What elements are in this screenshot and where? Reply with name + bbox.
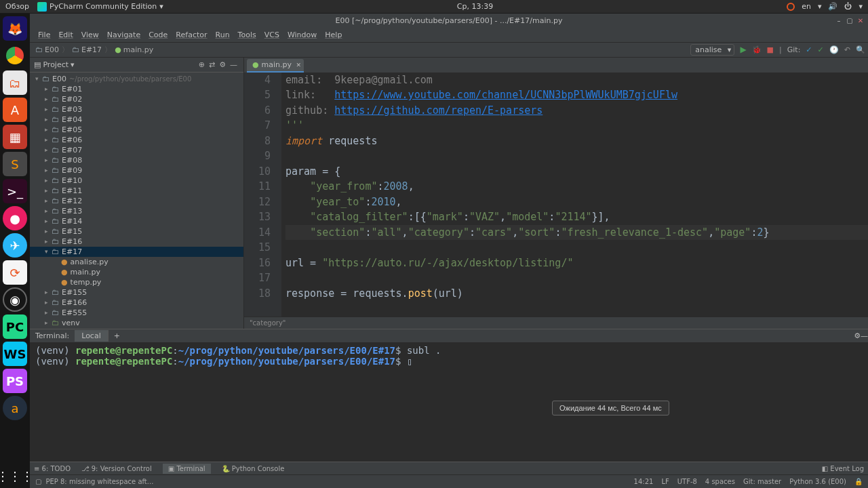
vcs-commit-button[interactable]: ✓	[818, 45, 824, 54]
tree-E#06[interactable]: ▸🗀E#06	[30, 135, 243, 145]
menu-view[interactable]: View	[77, 29, 103, 41]
terminal-settings-icon[interactable]: ⚙	[854, 331, 861, 340]
git-branch[interactable]: Git: master	[743, 478, 781, 485]
tree-venv[interactable]: ▸🗀venv	[30, 318, 243, 328]
activities-label[interactable]: Обзор	[5, 2, 29, 11]
tool--6-todo[interactable]: ≡ 6: TODO	[34, 465, 71, 472]
tool--python-console[interactable]: 🐍 Python Console	[222, 465, 285, 472]
menu-edit[interactable]: Edit	[54, 29, 77, 41]
breadcrumb-E#17[interactable]: 🗀E#17	[69, 45, 104, 54]
dock-telegram[interactable]: ✈	[3, 233, 27, 258]
dock-obs[interactable]: ◉	[3, 287, 27, 312]
dock-phpstorm[interactable]: PS	[3, 369, 27, 393]
vcs-revert-button[interactable]: ↶	[844, 45, 850, 54]
close-tab-icon[interactable]: ✕	[296, 62, 302, 68]
project-combo[interactable]: ▤ Project ▾	[34, 60, 75, 69]
tool--terminal[interactable]: ▣ Terminal	[163, 464, 211, 474]
dock-firefox[interactable]: 🦊	[3, 16, 27, 41]
locate-button[interactable]: ⊕	[197, 60, 207, 69]
tool--9-version-control[interactable]: ⎇ 9: Version Control	[81, 465, 152, 472]
tree-E#15[interactable]: ▸🗀E#15	[30, 226, 243, 237]
stop-button[interactable]: ■	[767, 45, 774, 54]
dock-terminal[interactable]: >_	[3, 179, 27, 203]
vcs-update-button[interactable]: ✓	[806, 45, 812, 54]
cursor-position[interactable]: 14:21	[634, 478, 654, 485]
indent-info[interactable]: 4 spaces	[705, 478, 735, 485]
new-terminal-button[interactable]: +	[108, 330, 125, 342]
run-button[interactable]: ▶	[740, 45, 746, 54]
lock-icon[interactable]: 🔒	[854, 478, 863, 485]
project-tree[interactable]: ▾🗀E00~/prog/python/youtube/parsers/E00▸🗀…	[30, 73, 243, 329]
close-button[interactable]: ✕	[856, 16, 865, 26]
tree-E#07[interactable]: ▸🗀E#07	[30, 145, 243, 155]
tree-E#155[interactable]: ▸🗀E#155	[30, 287, 243, 298]
tree-E#16[interactable]: ▸🗀E#16	[30, 237, 243, 247]
dock-webstorm[interactable]: WS	[3, 342, 27, 366]
dock-software[interactable]: A	[3, 98, 27, 122]
tree-E#10[interactable]: ▸🗀E#10	[30, 176, 243, 186]
menu-file[interactable]: File	[34, 29, 54, 41]
settings-icon[interactable]: ⚙	[217, 60, 228, 69]
menu-help[interactable]: Help	[321, 29, 346, 41]
search-everywhere-button[interactable]: 🔍	[856, 45, 865, 54]
tree-E#05[interactable]: ▸🗀E#05	[30, 125, 243, 135]
tree-E#09[interactable]: ▸🗀E#09	[30, 165, 243, 176]
event-log-button[interactable]: ◧ Event Log	[822, 465, 864, 472]
status-icon[interactable]: ▢	[35, 478, 41, 485]
code-breadcrumb[interactable]: "category"	[244, 317, 868, 329]
tree-E#11[interactable]: ▸🗀E#11	[30, 186, 243, 196]
run-config-selector[interactable]: analise	[690, 44, 734, 56]
os-menu-chevron[interactable]: ▾	[859, 2, 863, 11]
tree-E#08[interactable]: ▸🗀E#08	[30, 155, 243, 165]
tree-E00[interactable]: ▾🗀E00~/prog/python/youtube/parsers/E00	[30, 74, 243, 84]
dock-apps-grid[interactable]: ⋮⋮⋮	[3, 464, 27, 488]
tree-temp.py[interactable]: ●temp.py	[30, 277, 243, 287]
app-name[interactable]: PyCharm Community Edition	[50, 2, 157, 11]
menu-window[interactable]: Window	[283, 29, 321, 41]
debug-button[interactable]: 🐞	[752, 45, 762, 54]
tree-E#17[interactable]: ▾🗀E#17	[30, 247, 243, 257]
terminal-tab-local[interactable]: Local	[75, 330, 108, 342]
dock-files[interactable]: 🗂	[3, 70, 27, 95]
expand-all-button[interactable]: ⇄	[207, 60, 217, 69]
file-encoding[interactable]: UTF-8	[677, 478, 697, 485]
tree-E#14[interactable]: ▸🗀E#14	[30, 216, 243, 226]
python-interpreter[interactable]: Python 3.6 (E00)	[789, 478, 846, 485]
dock-app-pink[interactable]: ●	[3, 206, 27, 230]
lang-indicator[interactable]: en	[802, 2, 811, 11]
menu-code[interactable]: Code	[144, 29, 172, 41]
minimize-button[interactable]: –	[834, 16, 844, 26]
dock-pycharm[interactable]: PC	[3, 314, 27, 339]
tree-E#04[interactable]: ▸🗀E#04	[30, 115, 243, 125]
terminal-panel[interactable]: (venv) repente@repentePC:~/prog/python/y…	[30, 342, 868, 462]
code-editor[interactable]: 456789101112131415161718 email: 9keepa@g…	[244, 73, 868, 317]
tree-main.py[interactable]: ●main.py	[30, 267, 243, 277]
dock-app-red[interactable]: ▦	[3, 125, 27, 149]
breadcrumb-E00[interactable]: 🗀E00	[33, 45, 62, 54]
dock-app-white[interactable]: ⟳	[3, 260, 27, 285]
menu-tools[interactable]: Tools	[234, 29, 260, 41]
tree-E#12[interactable]: ▸🗀E#12	[30, 196, 243, 206]
breadcrumb-main.py[interactable]: ●main.py	[112, 45, 156, 54]
menu-vcs[interactable]: VCS	[260, 29, 283, 41]
hide-button[interactable]: —	[228, 60, 239, 69]
tree-E#555[interactable]: ▸🗀E#555	[30, 308, 243, 318]
os-clock[interactable]: Ср, 13:39	[163, 2, 787, 11]
menu-run[interactable]: Run	[212, 29, 234, 41]
dock-sublime[interactable]: S	[3, 152, 27, 176]
tree-E#166[interactable]: ▸🗀E#166	[30, 298, 243, 308]
terminal-hide-button[interactable]: —	[861, 331, 868, 340]
dock-amazon[interactable]: a	[3, 396, 27, 420]
tree-E#02[interactable]: ▸🗀E#02	[30, 94, 243, 104]
dock-chrome[interactable]	[3, 43, 27, 68]
vcs-history-button[interactable]: 🕐	[829, 45, 839, 54]
menu-refactor[interactable]: Refactor	[172, 29, 211, 41]
tree-E#01[interactable]: ▸🗀E#01	[30, 84, 243, 94]
line-separator[interactable]: LF	[661, 478, 669, 485]
editor-tab-main[interactable]: ● main.py ✕	[247, 59, 304, 73]
tree-analise.py[interactable]: ●analise.py	[30, 257, 243, 267]
maximize-button[interactable]: ▢	[845, 16, 854, 26]
tree-E#03[interactable]: ▸🗀E#03	[30, 104, 243, 115]
menu-navigate[interactable]: Navigate	[103, 29, 144, 41]
tree-E#13[interactable]: ▸🗀E#13	[30, 206, 243, 216]
